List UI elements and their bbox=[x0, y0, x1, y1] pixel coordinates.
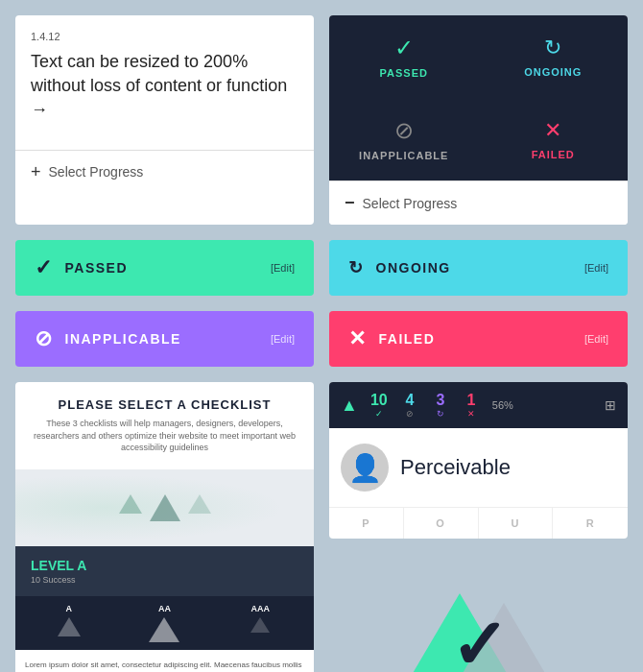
tab-p[interactable]: P bbox=[329, 508, 404, 539]
ongoing-label: ONGOING bbox=[524, 66, 582, 78]
check-sm-icon: ✓ bbox=[375, 409, 383, 419]
pour-header: ▲ 10 ✓ 4 ⊘ 3 ↻ 1 bbox=[329, 382, 628, 428]
cycle-sm-icon: ↻ bbox=[437, 409, 444, 419]
checkmark-area: ✓ bbox=[329, 550, 628, 672]
pour-avatar: 👤 bbox=[341, 444, 389, 492]
x-sm-icon: ✕ bbox=[467, 409, 475, 419]
status-cell-ongoing[interactable]: ↻ ONGOING bbox=[479, 15, 629, 98]
pour-percent: 56% bbox=[492, 399, 513, 411]
map-triangle-small bbox=[119, 494, 142, 514]
stat-num-3: 3 bbox=[436, 392, 444, 409]
map-triangle-medium bbox=[150, 494, 180, 521]
banner-failed-icon: ✕ bbox=[348, 326, 368, 351]
select-progress-row-right[interactable]: − Select Progress bbox=[329, 180, 628, 225]
pour-stat-1: 1 ✕ bbox=[458, 392, 485, 419]
select-progress-label-right: Select Progress bbox=[363, 196, 458, 211]
passed-icon: ✓ bbox=[394, 35, 414, 61]
tab-r[interactable]: R bbox=[553, 508, 628, 539]
banner-passed-edit[interactable]: [Edit] bbox=[271, 262, 295, 274]
failed-icon: ✕ bbox=[544, 118, 561, 143]
banner-ongoing[interactable]: ↻ ONGOING [Edit] bbox=[329, 240, 628, 296]
card-description: Text can be resized to 200% without loss… bbox=[31, 50, 298, 123]
banner-inapplicable[interactable]: ⊘ INAPPLICABLE [Edit] bbox=[15, 311, 314, 367]
stat-num-1: 1 bbox=[466, 392, 475, 409]
pour-card: ▲ 10 ✓ 4 ⊘ 3 ↻ 1 bbox=[329, 382, 628, 539]
pour-stat-3: 3 ↻ bbox=[427, 392, 454, 419]
banner-failed-edit[interactable]: [Edit] bbox=[584, 333, 608, 345]
grid-icon: ⊞ bbox=[605, 397, 616, 413]
checklist-body-text: Lorem ipsum dolor sit amet, consectetur … bbox=[25, 660, 304, 672]
ongoing-icon: ↻ bbox=[544, 36, 561, 60]
checklist-title: PLEASE SELECT A CHECKLIST bbox=[31, 397, 298, 412]
banner-inapplicable-label: INAPPLICABLE bbox=[65, 331, 259, 347]
banner-failed-label: FAILED bbox=[379, 331, 573, 347]
status-cell-passed[interactable]: ✓ PASSED bbox=[329, 15, 479, 98]
plus-icon: + bbox=[31, 162, 41, 182]
info-card: 1.4.12 Text can be resized to 200% witho… bbox=[15, 15, 314, 225]
banner-inapplicable-icon: ⊘ bbox=[35, 326, 54, 351]
banner-ongoing-edit[interactable]: [Edit] bbox=[584, 262, 608, 274]
checklist-level: LEVEL A 10 Success bbox=[15, 546, 314, 596]
checklist-map bbox=[15, 469, 314, 546]
status-cell-failed[interactable]: ✕ FAILED bbox=[479, 98, 629, 180]
inapplicable-icon: ⊘ bbox=[394, 117, 414, 144]
banner-ongoing-icon: ↻ bbox=[348, 257, 365, 278]
pour-title: Perceivable bbox=[400, 455, 511, 480]
select-progress-label: Select Progress bbox=[49, 164, 144, 180]
checklist-columns: A AA AAA bbox=[15, 596, 314, 650]
big-checkmark-icon: ✓ bbox=[450, 611, 508, 672]
avatar-icon: 👤 bbox=[348, 452, 382, 484]
checklist-desc: These 3 checklists will help managers, d… bbox=[31, 418, 298, 454]
pour-stats: 10 ✓ 4 ⊘ 3 ↻ 1 ✕ 56% bbox=[366, 392, 597, 419]
pour-main: 👤 Perceivable bbox=[329, 428, 628, 507]
col-aaa: AAA bbox=[214, 604, 306, 613]
banner-passed-icon: ✓ bbox=[35, 255, 54, 280]
col-a: A bbox=[23, 604, 115, 613]
version-label: 1.4.12 bbox=[31, 31, 298, 42]
tab-o[interactable]: O bbox=[404, 508, 479, 539]
mountain-icon: ▲ bbox=[341, 396, 358, 416]
pour-tabs: P O U R bbox=[329, 507, 628, 539]
pour-stat-4: 4 ⊘ bbox=[396, 392, 423, 419]
tab-u[interactable]: U bbox=[479, 508, 554, 539]
status-cell-inapplicable[interactable]: ⊘ INAPPLICABLE bbox=[329, 98, 479, 180]
banner-passed[interactable]: ✓ PASSED [Edit] bbox=[15, 240, 314, 296]
banner-inapplicable-edit[interactable]: [Edit] bbox=[271, 333, 295, 345]
col-aa: AA bbox=[119, 604, 211, 613]
inapplicable-label: INAPPLICABLE bbox=[359, 150, 448, 161]
failed-label: FAILED bbox=[532, 149, 575, 160]
map-triangle-small2 bbox=[188, 494, 211, 514]
checklist-card: PLEASE SELECT A CHECKLIST These 3 checkl… bbox=[15, 382, 314, 672]
stat-num-4: 4 bbox=[405, 392, 414, 409]
banner-ongoing-label: ONGOING bbox=[376, 260, 573, 276]
banner-passed-label: PASSED bbox=[65, 260, 259, 276]
status-grid-card: ✓ PASSED ↻ ONGOING ⊘ INAPPLICABLE ✕ FAIL… bbox=[329, 15, 628, 225]
select-progress-row-left[interactable]: + Select Progress bbox=[15, 150, 314, 194]
passed-label: PASSED bbox=[380, 67, 428, 79]
stat-num-10: 10 bbox=[370, 392, 388, 409]
level-title: LEVEL A bbox=[31, 558, 298, 573]
minus-icon: − bbox=[345, 193, 355, 213]
checklist-body: Lorem ipsum dolor sit amet, consectetur … bbox=[15, 650, 314, 672]
level-subtitle: 10 Success bbox=[31, 575, 298, 585]
pour-stat-10: 10 ✓ bbox=[366, 392, 393, 419]
banner-failed[interactable]: ✕ FAILED [Edit] bbox=[329, 311, 628, 367]
block-sm-icon: ⊘ bbox=[406, 409, 414, 419]
